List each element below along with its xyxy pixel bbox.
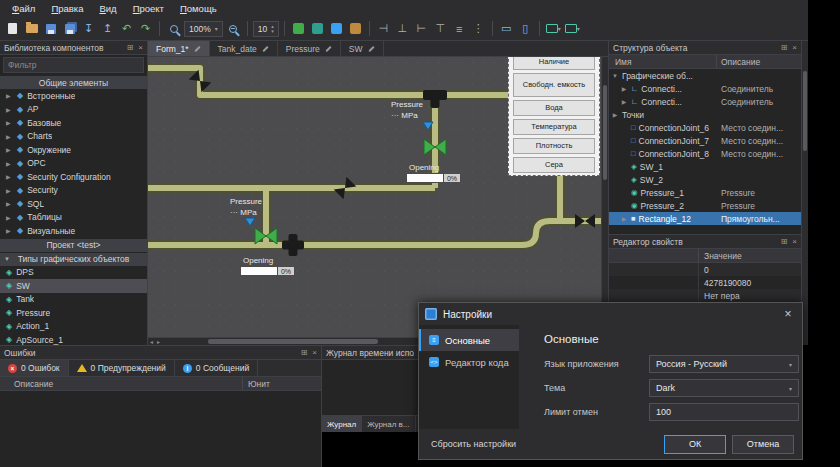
structure-row[interactable]: ◉Pressure_1Pressure: [609, 186, 801, 199]
column-value[interactable]: Значение: [699, 251, 801, 261]
library-item[interactable]: ▶◆Таблицы: [0, 211, 147, 225]
opening-bar[interactable]: [240, 266, 278, 276]
library-item[interactable]: ▶◆OPC: [0, 157, 147, 171]
structure-row[interactable]: □ConnectionJoint_6Место соедин...: [609, 121, 801, 134]
redo-button[interactable]: ↷: [137, 20, 154, 37]
library-item[interactable]: ▶◆Окружение: [0, 143, 147, 157]
panel-tool-teal[interactable]: [309, 20, 326, 37]
library-item[interactable]: ◈Action_1: [0, 320, 147, 334]
reset-settings-button[interactable]: Сбросить настройки: [427, 436, 520, 452]
menu-item[interactable]: Вид: [91, 1, 124, 16]
property-row[interactable]: 0: [609, 263, 801, 276]
opening-bar[interactable]: [406, 173, 444, 183]
menu-item[interactable]: Помощь: [172, 1, 225, 16]
close-icon[interactable]: ×: [774, 307, 802, 321]
menu-item[interactable]: Файл: [4, 1, 43, 16]
canvas-vscrollbar[interactable]: [601, 57, 608, 337]
library-item[interactable]: ▶◆Встроенные: [0, 89, 147, 103]
opening-caption[interactable]: Opening: [243, 256, 273, 265]
font-size-spinner[interactable]: 10▴▾: [253, 21, 279, 37]
property-row[interactable]: Нет пера: [609, 289, 801, 302]
canvas-button[interactable]: Наличие: [513, 57, 595, 70]
scroll-right-icon[interactable]: ▸: [155, 338, 162, 345]
library-item[interactable]: ▶◆AP: [0, 103, 147, 117]
library-item[interactable]: ◈Tank: [0, 293, 147, 307]
end-valve-fitting[interactable]: [575, 214, 595, 228]
settings-nav-item[interactable]: ≡Основные: [419, 329, 519, 351]
pressure-caption[interactable]: Pressure: [230, 197, 262, 206]
canvas-tab[interactable]: SW: [341, 41, 384, 56]
float-panel-icon[interactable]: ⊞: [301, 348, 308, 357]
ok-button[interactable]: ОК: [664, 435, 726, 454]
theme-select[interactable]: Dark▾: [649, 379, 799, 397]
library-section-header[interactable]: Проект <test>: [0, 239, 147, 252]
structure-row[interactable]: ◉Pressure_2Pressure: [609, 199, 801, 212]
canvas-button[interactable]: Плотность: [513, 138, 595, 154]
canvas-button-panel[interactable]: НаличиеСвободн. емкостьВодаТемператураПл…: [508, 57, 600, 176]
structure-row[interactable]: ▶■Rectangle_12Прямоугольн...: [609, 212, 801, 225]
save-all-button[interactable]: [61, 20, 78, 37]
library-item[interactable]: ◈ApSource_1: [0, 333, 147, 345]
dialog-titlebar[interactable]: Настройки ×: [419, 303, 802, 325]
same-height-button[interactable]: ▯: [517, 20, 534, 37]
errors-filter-warning[interactable]: 0 Предупреждений: [69, 360, 175, 376]
structure-row[interactable]: ▶∟Connecti...Соединитель: [609, 95, 801, 108]
valve-objects[interactable]: [245, 122, 446, 244]
settings-nav-item[interactable]: <>Редактор кода: [419, 351, 519, 373]
pressure-value[interactable]: ··· MPa: [391, 111, 418, 120]
structure-row[interactable]: ▶Точки: [609, 108, 801, 121]
errors-filter-info[interactable]: i0 Сообщений: [175, 360, 258, 376]
panel-tool-blue[interactable]: [328, 20, 345, 37]
close-panel-icon[interactable]: ×: [312, 348, 317, 357]
canvas-button[interactable]: Температура: [513, 119, 595, 135]
zoom-out-button[interactable]: [225, 20, 242, 37]
library-item[interactable]: ◈Pressure: [0, 306, 147, 320]
panel-tool-orange[interactable]: [347, 20, 364, 37]
column-description[interactable]: Описание: [717, 57, 801, 67]
library-filter-input[interactable]: [3, 57, 144, 73]
structure-row[interactable]: ◈SW_1: [609, 160, 801, 173]
library-item[interactable]: ▶◆SQL: [0, 197, 147, 211]
structure-row[interactable]: □ConnectionJoint_7Место соедин...: [609, 134, 801, 147]
new-file-button[interactable]: [4, 20, 21, 37]
library-item[interactable]: ▶◆Charts: [0, 130, 147, 144]
close-panel-icon[interactable]: ×: [792, 237, 797, 246]
log-tab[interactable]: Журнал в...: [362, 416, 415, 432]
menu-item[interactable]: Правка: [43, 1, 91, 16]
float-panel-icon[interactable]: ⊞: [781, 237, 788, 246]
scrollbar-thumb[interactable]: [603, 85, 607, 180]
column-unit[interactable]: Юнит: [243, 379, 321, 389]
align-middle-button[interactable]: ≡: [451, 20, 468, 37]
pressure-caption[interactable]: Pressure: [391, 100, 423, 109]
align-right-button[interactable]: ⊢: [413, 20, 430, 37]
undo-limit-input[interactable]: 100: [649, 403, 799, 421]
column-property[interactable]: [609, 249, 699, 262]
library-section-header[interactable]: ▼Типы графических объектов: [0, 253, 147, 266]
menu-item[interactable]: Проект: [125, 1, 172, 16]
scroll-left-icon[interactable]: ◂: [148, 338, 155, 345]
structure-row[interactable]: □ConnectionJoint_8Место соедин...: [609, 147, 801, 160]
spin-down-icon[interactable]: ▾: [271, 29, 274, 34]
column-name[interactable]: Имя: [609, 55, 717, 68]
cross-fitting[interactable]: [282, 234, 304, 256]
structure-scrollbar[interactable]: [801, 41, 808, 345]
canvas-button[interactable]: Сера: [513, 157, 595, 173]
structure-row[interactable]: ◈SW_2: [609, 173, 801, 186]
align-top-button[interactable]: ⊤: [432, 20, 449, 37]
show-rulers-toggle[interactable]: ▾: [564, 20, 581, 37]
float-panel-icon[interactable]: ⊞: [127, 43, 134, 52]
canvas-tab[interactable]: Tank_date: [210, 41, 278, 56]
library-section-header[interactable]: Общие элементы: [0, 76, 147, 89]
align-bottom-button[interactable]: ⋮: [470, 20, 487, 37]
float-panel-icon[interactable]: ⊞: [781, 43, 788, 52]
undo-button[interactable]: ↶: [118, 20, 135, 37]
scrollbar-thumb[interactable]: [803, 71, 807, 151]
library-item[interactable]: ▶◆Базовые: [0, 116, 147, 130]
cancel-button[interactable]: Отмена: [732, 435, 794, 454]
export-button[interactable]: ↥: [99, 20, 116, 37]
zoom-level-select[interactable]: 100%▾: [184, 21, 223, 37]
close-panel-icon[interactable]: ×: [792, 43, 797, 52]
canvas-button[interactable]: Вода: [513, 100, 595, 116]
import-button[interactable]: ↧: [80, 20, 97, 37]
opening-caption[interactable]: Opening: [409, 163, 439, 172]
